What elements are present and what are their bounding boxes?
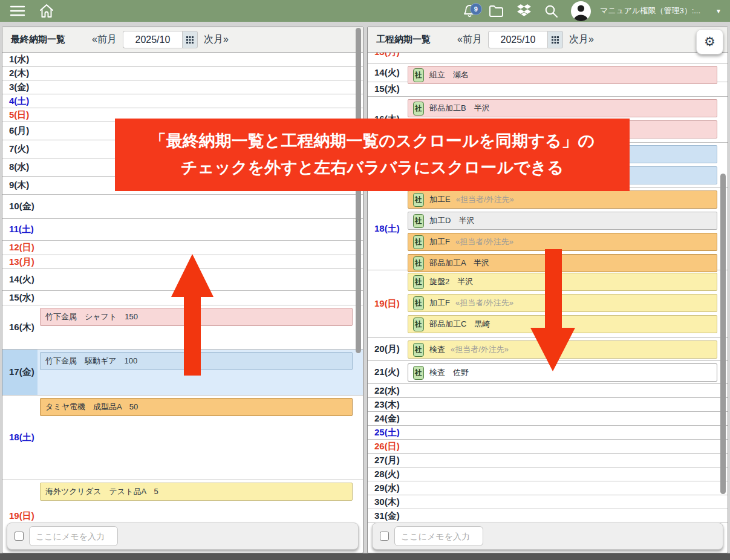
prev-month-button[interactable]: «前月	[92, 33, 117, 46]
top-bar: 9 マニュ	[0, 0, 730, 22]
month-input[interactable]	[123, 31, 182, 48]
date-label: 21(火)	[368, 361, 405, 383]
month-input[interactable]	[488, 31, 547, 48]
calendar-row[interactable]: 23(木)	[368, 398, 728, 412]
event-sublabel: «担当者/外注先»	[451, 344, 509, 355]
events-container	[405, 495, 728, 509]
date-label: 6(月)	[2, 122, 37, 140]
event-sublabel: «担当者/外注先»	[456, 194, 514, 205]
date-label: 30(木)	[368, 495, 405, 509]
date-label: 13(月)	[368, 53, 405, 63]
calendar-row[interactable]: 29(水)	[368, 481, 728, 495]
calendar-row[interactable]: 1(水)	[2, 53, 363, 67]
process-deadline-header: 工程納期一覧 «前月 次月» ⚙	[368, 27, 728, 53]
date-label: 5(日)	[2, 108, 37, 122]
events-container	[405, 53, 728, 63]
home-icon[interactable]	[39, 4, 54, 18]
date-label: 19(日)	[2, 480, 37, 524]
calendar-picker-icon[interactable]	[547, 31, 563, 48]
event-bar[interactable]: 社加工E«担当者/外注先»	[408, 190, 717, 209]
calendar-row[interactable]: 26(日)	[368, 440, 728, 454]
calendar-row[interactable]: 4(土)	[2, 94, 363, 108]
events-container	[405, 481, 728, 495]
date-label: 18(土)	[368, 188, 405, 270]
date-label: 8(水)	[2, 158, 37, 176]
prev-month-button[interactable]: «前月	[457, 33, 482, 46]
panel-title: 工程納期一覧	[376, 34, 431, 45]
search-icon[interactable]	[544, 4, 558, 18]
calendar-row[interactable]: 15(水)	[368, 82, 728, 97]
memo-input[interactable]	[29, 526, 118, 546]
memo-input[interactable]	[394, 526, 483, 546]
calendar-row[interactable]: 18(土)タミヤ電機 成型品A 50	[2, 396, 363, 480]
calendar-row[interactable]: 22(水)	[368, 384, 728, 398]
dropbox-icon[interactable]	[517, 4, 532, 18]
date-label: 22(水)	[368, 384, 405, 397]
event-label: 部品加工C 黒崎	[429, 319, 490, 330]
date-label: 27(月)	[368, 454, 405, 467]
chevron-down-icon[interactable]: ▼	[715, 8, 722, 15]
calendar-row[interactable]: 2(木)	[2, 67, 363, 80]
date-label: 28(火)	[368, 467, 405, 481]
calendar-row[interactable]: 13(月)	[368, 53, 728, 63]
events-container	[405, 398, 728, 411]
event-bar[interactable]: 社加工F«担当者/外注先»	[408, 233, 717, 251]
event-bar[interactable]: 海外ツクリダス テスト品A 5	[40, 483, 353, 501]
event-bar[interactable]: 社加工D 半沢	[408, 212, 717, 230]
right-scrollbar-thumb[interactable]	[720, 174, 726, 494]
date-label: 10(金)	[2, 195, 37, 218]
event-label: 検査	[429, 344, 445, 355]
event-label: 竹下金属 駆動ギア 100	[45, 356, 137, 366]
calendar-row[interactable]: 14(火)社組立 瀬名	[368, 63, 728, 82]
hamburger-menu-icon[interactable]	[10, 5, 25, 17]
calendar-row[interactable]: 31(金)	[368, 509, 728, 523]
event-bar[interactable]: タミヤ電機 成型品A 50	[40, 398, 353, 416]
final-deadline-header: 最終納期一覧 «前月 次月»	[2, 27, 363, 53]
date-label: 26(日)	[368, 440, 405, 453]
folder-icon[interactable]	[489, 5, 504, 18]
date-label: 25(土)	[368, 426, 405, 439]
date-label: 15(水)	[368, 82, 405, 96]
calendar-row[interactable]: 3(金)	[2, 80, 363, 94]
events-container	[405, 454, 728, 467]
events-container	[37, 94, 363, 108]
date-label: 23(木)	[368, 398, 405, 411]
events-container	[37, 195, 363, 218]
date-label: 3(金)	[2, 80, 37, 94]
next-month-button[interactable]: 次月»	[569, 33, 594, 46]
events-container	[37, 53, 363, 66]
event-bar[interactable]: 社組立 瀬名	[408, 66, 717, 84]
calendar-row[interactable]: 25(土)	[368, 426, 728, 440]
calendar-row[interactable]: 19(日)海外ツクリダス テスト品A 5	[2, 480, 363, 524]
company-badge: 社	[413, 366, 424, 380]
calendar-row[interactable]: 28(火)	[368, 467, 728, 481]
annotation-line2: チェックを外すと左右バラバラにスクロールできる	[115, 154, 630, 181]
user-avatar[interactable]	[571, 1, 591, 21]
next-month-button[interactable]: 次月»	[204, 33, 229, 46]
events-container	[405, 384, 728, 397]
events-container	[405, 467, 728, 481]
notifications-bell-icon[interactable]: 9	[463, 4, 476, 18]
event-sublabel: «担当者/外注先»	[455, 298, 513, 308]
events-container	[405, 412, 728, 425]
calendar-row[interactable]: 24(金)	[368, 412, 728, 426]
settings-gear-button[interactable]: ⚙	[696, 29, 723, 54]
memo-checkbox[interactable]	[15, 532, 24, 541]
company-badge: 社	[413, 235, 424, 249]
event-label: タミヤ電機 成型品A 50	[45, 402, 138, 412]
date-label: 11(土)	[2, 219, 37, 240]
calendar-row[interactable]: 11(土)	[2, 219, 363, 241]
calendar-row[interactable]: 30(木)	[368, 495, 728, 509]
date-label: 1(水)	[2, 53, 37, 66]
calendar-row[interactable]: 27(月)	[368, 454, 728, 467]
event-label: 検査 佐野	[429, 367, 469, 378]
event-bar[interactable]: 社部品加工B 半沢	[408, 99, 717, 117]
calendar-picker-icon[interactable]	[182, 31, 198, 48]
company-badge: 社	[413, 343, 424, 357]
event-sublabel: «担当者/外注先»	[455, 236, 513, 247]
date-label: 20(月)	[368, 338, 405, 360]
event-label: 加工F	[429, 236, 450, 247]
user-permission-label[interactable]: マニュアル権限（管理3）:...	[600, 5, 700, 16]
calendar-row[interactable]: 10(金)	[2, 195, 363, 219]
memo-checkbox[interactable]	[380, 532, 389, 541]
